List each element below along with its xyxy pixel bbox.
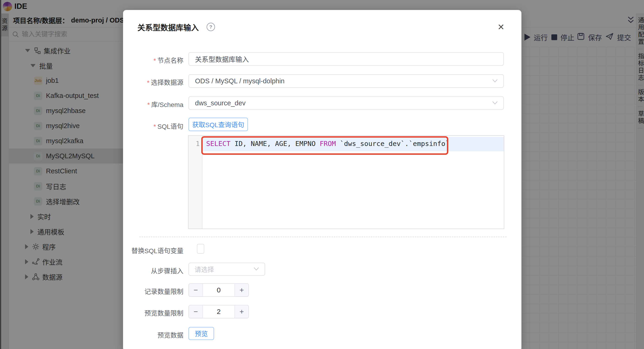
node-name-input[interactable]: 关系型数据库输入 [188, 52, 504, 66]
preview-limit-stepper: − 2 + [188, 305, 249, 318]
chevron-down-icon [253, 266, 260, 273]
preview-data-label: 预览数据 [158, 330, 184, 340]
decrement-button[interactable]: − [189, 284, 203, 296]
preview-limit-label: 预览数量限制 [144, 308, 184, 318]
relational-db-input-dialog: 关系型数据库输入 ? ✕ *节点名称 关系型数据库输入 *选择数据源 ODS /… [123, 10, 522, 349]
editor-gutter [188, 136, 202, 229]
sql-code-editor[interactable]: 1 SELECT ID, NAME, AGE, EMPNO FROM `dws_… [188, 135, 504, 229]
chevron-down-icon [492, 77, 498, 85]
help-icon[interactable]: ? [206, 23, 215, 31]
preview-limit-value[interactable]: 2 [203, 305, 234, 318]
record-limit-label: 记录数量限制 [144, 287, 184, 296]
section-divider [139, 237, 506, 237]
increment-button[interactable]: + [234, 305, 248, 318]
app-window: IDE 资源 项目名称/数据层： demo-proj / ODS 集成作业 [0, 0, 644, 349]
record-limit-value[interactable]: 0 [203, 284, 234, 296]
highlight-annotation-box [201, 136, 448, 155]
replace-vars-checkbox[interactable] [197, 244, 204, 254]
record-limit-stepper: − 0 + [188, 283, 249, 297]
datasource-select[interactable]: ODS / MySQL / mysql-dolphin [188, 74, 504, 88]
schema-select[interactable]: dws_source_dev [188, 96, 504, 110]
line-number: 1 [188, 140, 200, 148]
node-name-label: *节点名称 [154, 55, 184, 65]
datasource-label: *选择数据源 [147, 77, 184, 87]
fetch-sql-button[interactable]: 获取SQL查询语句 [188, 118, 248, 131]
insert-step-label: 从步骤插入 [151, 266, 184, 275]
preview-button[interactable]: 预览 [188, 327, 214, 340]
dialog-title: 关系型数据库输入 [138, 21, 199, 33]
insert-step-select[interactable]: 请选择 [188, 263, 265, 276]
close-icon[interactable]: ✕ [496, 22, 506, 32]
increment-button[interactable]: + [234, 284, 248, 296]
sql-label: *SQL语句 [154, 121, 184, 131]
replace-vars-label: 替换SQL语句变量 [132, 246, 184, 255]
decrement-button[interactable]: − [189, 305, 203, 318]
chevron-down-icon [492, 99, 498, 107]
schema-label: *库/Schema [148, 99, 184, 109]
